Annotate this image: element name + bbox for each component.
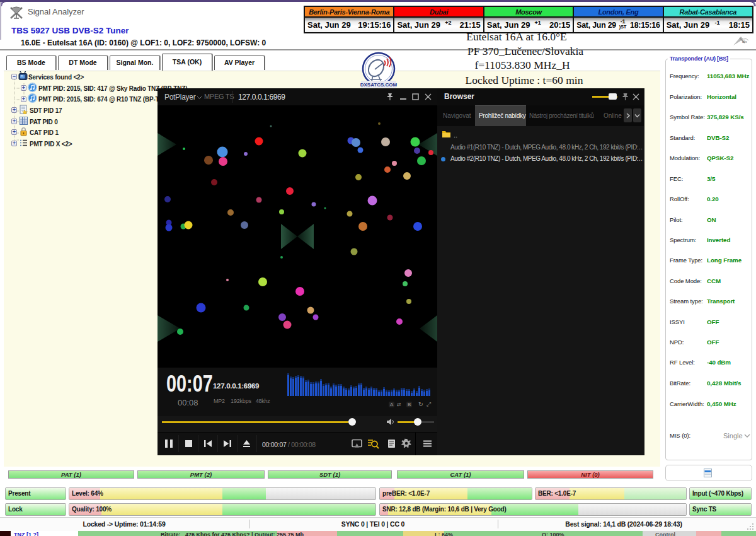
svg-text:DXSATCS.COM: DXSATCS.COM bbox=[360, 82, 398, 88]
svg-text:dis: dis bbox=[742, 40, 747, 44]
